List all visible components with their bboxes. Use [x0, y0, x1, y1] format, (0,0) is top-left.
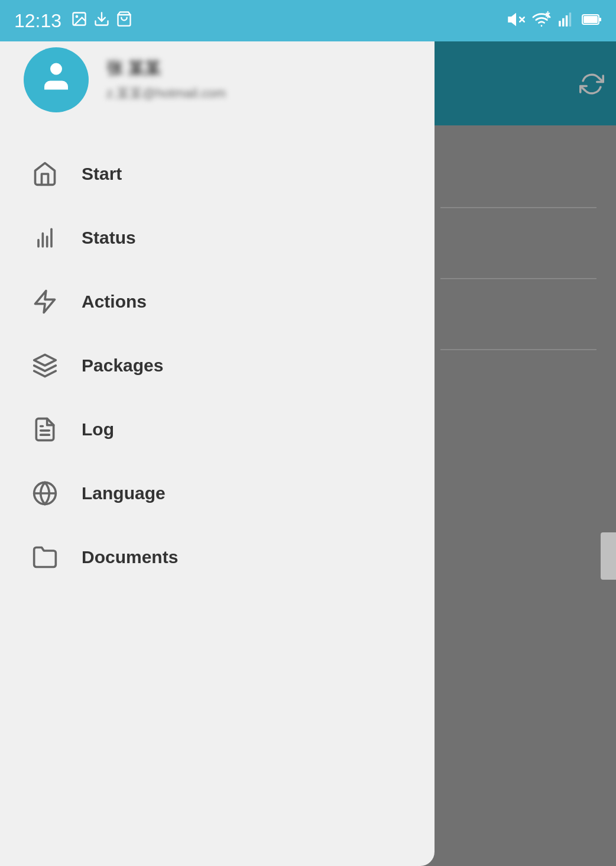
svg-rect-16 — [599, 18, 601, 21]
svg-marker-4 — [509, 14, 516, 25]
menu-item-status[interactable]: Status — [0, 206, 435, 270]
drawer-panel: 张 某某 z.某某@hotmail.com Start — [0, 0, 435, 866]
menu-item-language[interactable]: Language — [0, 461, 435, 525]
document-icon — [30, 414, 60, 445]
home-icon — [30, 159, 60, 189]
avatar — [24, 47, 89, 112]
svg-rect-11 — [559, 21, 561, 26]
status-bar-left: 12:13 — [14, 10, 132, 32]
folder-icon — [30, 542, 60, 573]
avatar-icon — [38, 59, 74, 101]
svg-marker-24 — [34, 355, 56, 366]
user-email: z.某某@hotmail.com — [106, 85, 226, 102]
mute-icon — [507, 11, 525, 31]
svg-rect-12 — [562, 18, 565, 27]
drawer-overlay — [421, 0, 616, 866]
overlay-divider-1 — [440, 207, 596, 208]
menu-label-actions: Actions — [82, 292, 147, 312]
menu-label-packages: Packages — [82, 356, 163, 376]
user-info: 张 某某 z.某某@hotmail.com — [106, 57, 226, 102]
menu-list: Start Status Actions — [0, 136, 435, 595]
menu-item-packages[interactable]: Packages — [0, 334, 435, 398]
side-tab[interactable] — [601, 532, 616, 580]
user-name: 张 某某 — [106, 57, 226, 80]
menu-label-documents: Documents — [82, 547, 178, 567]
signal-icon — [558, 11, 575, 30]
menu-item-log[interactable]: Log — [0, 398, 435, 461]
refresh-icon[interactable] — [579, 72, 604, 102]
status-time: 12:13 — [14, 10, 61, 32]
svg-marker-23 — [35, 291, 55, 313]
svg-rect-17 — [583, 16, 598, 23]
overlay-divider-2 — [440, 278, 596, 279]
drawer-bottom — [0, 831, 435, 866]
chart-icon — [30, 222, 60, 253]
wifi-icon — [532, 10, 551, 31]
status-bar-right — [507, 10, 602, 31]
download-icon — [93, 11, 110, 31]
svg-point-1 — [76, 15, 78, 18]
globe-icon — [30, 478, 60, 509]
menu-label-status: Status — [82, 228, 136, 248]
overlay-dividers — [421, 125, 616, 350]
svg-point-18 — [50, 63, 62, 75]
battery-icon — [582, 13, 602, 28]
menu-label-start: Start — [82, 164, 122, 184]
menu-item-actions[interactable]: Actions — [0, 270, 435, 334]
lightning-icon — [30, 286, 60, 317]
menu-label-language: Language — [82, 483, 166, 503]
bag-icon — [116, 11, 132, 31]
status-icons — [71, 11, 132, 31]
layers-icon — [30, 350, 60, 381]
menu-item-documents[interactable]: Documents — [0, 525, 435, 589]
svg-rect-13 — [566, 15, 568, 27]
status-bar: 12:13 — [0, 0, 616, 41]
svg-rect-14 — [569, 12, 572, 26]
overlay-divider-3 — [440, 349, 596, 350]
menu-item-start[interactable]: Start — [0, 142, 435, 206]
menu-label-log: Log — [82, 419, 114, 440]
image-icon — [71, 11, 87, 31]
